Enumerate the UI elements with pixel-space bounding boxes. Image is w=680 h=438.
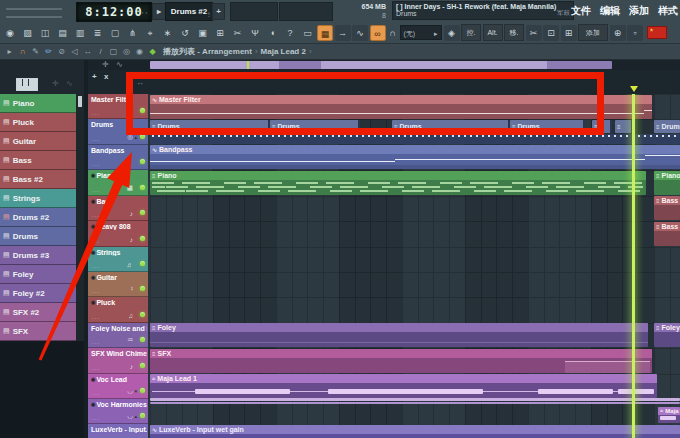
window-drag-handle[interactable]: [6, 8, 62, 18]
record-audio-icon[interactable]: Ψ: [247, 25, 263, 41]
ctrl-key-button[interactable]: 控.: [461, 24, 481, 41]
add-track-button[interactable]: +: [92, 72, 97, 81]
language-flag-icon[interactable]: [647, 26, 667, 39]
maja-lead-audio-clip[interactable]: ≈Maja Lead 1: [150, 374, 657, 398]
drums-clip[interactable]: ≡Drums: [654, 120, 680, 133]
copy-icon[interactable]: ⊡: [543, 25, 559, 41]
pin-icon[interactable]: ▫: [627, 25, 643, 41]
channel-sfx2[interactable]: ▤SFX #2: [0, 303, 76, 322]
channel-drums[interactable]: ▤Drums: [0, 227, 76, 246]
channel-scrollbar[interactable]: [76, 94, 84, 341]
paste-icon[interactable]: ⊞: [561, 25, 577, 41]
pattern-selector[interactable]: Drums #2⁞: [165, 2, 213, 21]
transport-panel[interactable]: [230, 2, 278, 21]
shift-key-button[interactable]: 移.: [504, 24, 524, 41]
track-enable-dot[interactable]: [140, 286, 145, 291]
alt-key-button[interactable]: Alt.: [483, 24, 503, 41]
channel-drums3[interactable]: ▤Drums #3: [0, 246, 76, 265]
bass-clip[interactable]: ≡Bass: [654, 196, 680, 220]
luxeverb-automation-clip[interactable]: ∿LuxeVerb - Input wet gain: [150, 425, 680, 438]
delete-tool-icon[interactable]: ⊘: [55, 47, 68, 56]
save-icon[interactable]: ▣: [195, 25, 211, 41]
track-enable-dot[interactable]: [140, 363, 145, 368]
breadcrumb-arrangement[interactable]: Maja Lead 2: [261, 47, 306, 56]
sfx-subclip[interactable]: [565, 361, 650, 373]
zoom-tool-icon[interactable]: ◎: [120, 47, 133, 56]
track-header-bass[interactable]: ◉Bass ... ♪: [88, 196, 148, 221]
track-header-luxeverb[interactable]: LuxeVerb - Input.. ...: [88, 424, 148, 438]
snap-selector[interactable]: (无)▸: [400, 25, 442, 40]
pattern-add-button[interactable]: +: [212, 3, 225, 20]
menu-pattern-style[interactable]: 样式: [658, 4, 678, 18]
track-header-bandpass[interactable]: Bandpass ...: [88, 145, 148, 170]
delete-track-button[interactable]: x: [104, 72, 108, 81]
time-display[interactable]: 8:12:00··: [76, 2, 152, 22]
add-button[interactable]: 添加: [578, 24, 608, 41]
mute-arrow-icon[interactable]: ▴: [134, 413, 137, 419]
mute-tool-icon[interactable]: ◁: [68, 47, 81, 56]
select-tool-icon[interactable]: ▢: [107, 47, 120, 56]
slice-tool-icon[interactable]: /: [94, 47, 107, 56]
track-header-voc-harmonies[interactable]: ◉Voc Harmonies ... ◡ ▴: [88, 399, 148, 424]
move-icon[interactable]: ✛: [102, 60, 109, 70]
playhead-line[interactable]: [632, 94, 635, 438]
track-header-pluck[interactable]: ◉Pluck ... ♫: [88, 297, 148, 322]
channel-scroll-thumb[interactable]: [78, 96, 82, 107]
bass-clip[interactable]: ≡Bass: [654, 222, 680, 246]
snap-magnet-icon[interactable]: ∩: [387, 25, 398, 41]
paint-tool-icon[interactable]: ✏: [42, 47, 55, 56]
track-header-piano[interactable]: ◉Piano ... ▦: [88, 170, 148, 195]
menu-file[interactable]: 文件: [571, 4, 591, 18]
channel-guitar[interactable]: ▤Guitar: [0, 132, 76, 151]
cut-icon[interactable]: ✂: [526, 25, 542, 41]
track-header-strings[interactable]: ◉Strings ... ♬: [88, 247, 148, 272]
remote-control-icon[interactable]: ⌖: [142, 25, 158, 41]
menu-add[interactable]: 添加: [629, 4, 649, 18]
horizontal-scrollbar[interactable]: [150, 61, 612, 69]
channel-strings[interactable]: ▤Strings: [0, 189, 76, 208]
draw-tool-icon[interactable]: ✎: [29, 47, 42, 56]
layout-panels-icon[interactable]: ◫: [37, 25, 53, 41]
playlist-options-icon[interactable]: ▸: [3, 47, 16, 56]
track-header-sfx-wind-chimes[interactable]: SFX Wind Chimes ... ♪: [88, 348, 148, 373]
drums-perc-clip[interactable]: [150, 134, 680, 144]
save-as-icon[interactable]: ⊞: [212, 25, 228, 41]
center-playhead-icon[interactable]: ⊕: [610, 25, 626, 41]
undo-icon[interactable]: ↺: [177, 25, 193, 41]
track-header-foley-noise[interactable]: Foley Noise and N.. ... ♒: [88, 323, 148, 348]
maja-audio-clip[interactable]: ≈Maja: [658, 407, 680, 423]
menu-edit[interactable]: 编辑: [600, 4, 620, 18]
monitor-icon[interactable]: ▭: [300, 25, 316, 41]
playlist-snap-magnet-icon[interactable]: ∩: [16, 47, 29, 56]
detach-arrow-icon[interactable]: →: [335, 25, 351, 41]
track-enable-dot[interactable]: [140, 210, 145, 215]
track-header-guitar[interactable]: ◉Guitar ... ♮: [88, 272, 148, 297]
piano-clip[interactable]: ≡Piano: [654, 171, 680, 195]
track-enable-dot[interactable]: [140, 312, 145, 317]
channel-piano[interactable]: ▤Piano: [0, 94, 76, 113]
piano-keyboard-icon[interactable]: [16, 78, 38, 91]
track-enable-dot[interactable]: [140, 236, 145, 241]
track-enable-dot[interactable]: [140, 159, 145, 164]
new-file-icon[interactable]: ▢: [107, 25, 123, 41]
track-enable-dot[interactable]: [140, 261, 145, 266]
channel-sfx[interactable]: ▤SFX: [0, 322, 76, 341]
foley-clip[interactable]: ≡Foley: [150, 323, 648, 347]
track-enable-dot[interactable]: [140, 185, 145, 190]
slide-tool-icon[interactable]: ∿: [352, 25, 368, 41]
channel-foley2[interactable]: ▤Foley #2: [0, 284, 76, 303]
slide-icon[interactable]: ∿: [66, 79, 73, 88]
browser-icon[interactable]: ≣: [90, 25, 106, 41]
playlist-mode-icon[interactable]: ▦: [317, 25, 333, 41]
export-icon[interactable]: ✂: [230, 25, 246, 41]
channel-rack-icon[interactable]: ▤: [55, 25, 71, 41]
help-icon[interactable]: ?: [282, 25, 298, 41]
piano-clip[interactable]: ≡Piano: [150, 171, 646, 195]
preview-tool-icon[interactable]: ◉: [133, 47, 146, 56]
channel-bass2[interactable]: ▤Bass #2: [0, 170, 76, 189]
record-panel[interactable]: [279, 2, 333, 21]
pattern-prev-button[interactable]: ▸: [152, 3, 166, 20]
track-enable-dot[interactable]: [140, 388, 145, 393]
move-icon[interactable]: ✛: [52, 79, 59, 88]
chat-icon[interactable]: ◖: [265, 25, 281, 41]
